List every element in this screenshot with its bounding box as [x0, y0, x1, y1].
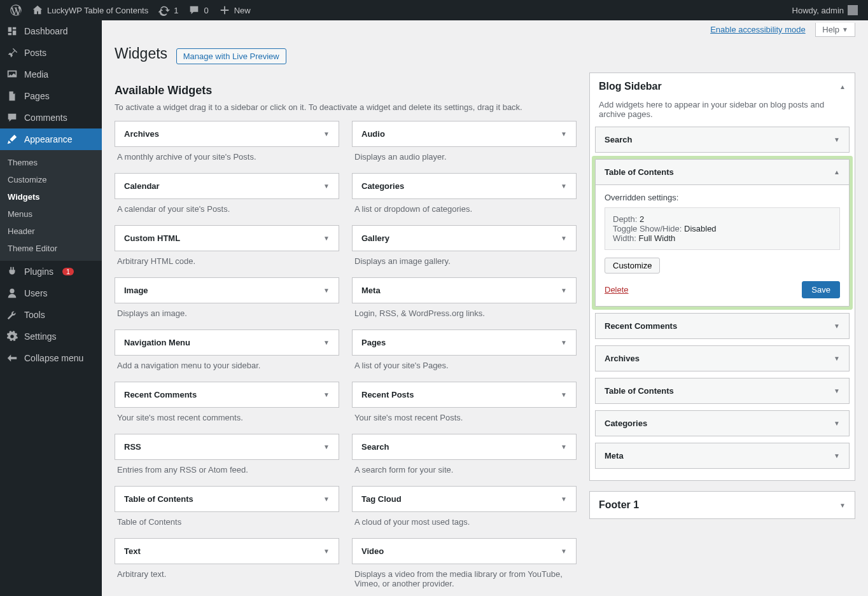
widget-desc: A monthly archive of your site's Posts.: [115, 147, 339, 173]
available-widget[interactable]: Text▼: [115, 538, 339, 564]
widget-desc: A list or dropdown of categories.: [352, 199, 577, 225]
refresh-icon: [158, 4, 170, 16]
menu-item-comments[interactable]: Comments: [0, 107, 102, 128]
widget-desc: Entries from any RSS or Atom feed.: [115, 460, 339, 486]
help-button[interactable]: Help ▼: [815, 23, 855, 37]
site-link[interactable]: LuckyWP Table of Contents: [27, 0, 153, 20]
menu-item-plugins[interactable]: Plugins1: [0, 261, 102, 282]
collapse-icon: [6, 352, 18, 364]
submenu-item-themes[interactable]: Themes: [0, 154, 102, 171]
menu-item-pages[interactable]: Pages: [0, 85, 102, 107]
submenu-item-theme-editor[interactable]: Theme Editor: [0, 240, 102, 257]
sidebar-area-footer: Footer 1 ▼: [589, 491, 855, 519]
setting-key: Depth:: [613, 214, 640, 224]
available-widget[interactable]: Calendar▼: [115, 173, 339, 199]
available-widget[interactable]: Search▼: [352, 434, 577, 460]
placed-widget-header[interactable]: Table of Contents▲: [596, 160, 849, 184]
available-widget[interactable]: Custom HTML▼: [115, 225, 339, 251]
placed-widget-header[interactable]: Archives▼: [596, 346, 849, 371]
available-widget[interactable]: Recent Comments▼: [115, 382, 339, 408]
available-widget[interactable]: Recent Posts▼: [352, 382, 577, 408]
placed-widget-header[interactable]: Recent Comments▼: [596, 314, 849, 338]
menu-label: Tools: [24, 310, 45, 320]
available-widget[interactable]: Image▼: [115, 277, 339, 303]
available-widget[interactable]: Table of Contents▼: [115, 486, 339, 512]
placed-widget-header[interactable]: Categories▼: [596, 411, 849, 436]
new-content[interactable]: New: [214, 0, 256, 20]
dashboard-icon: [6, 25, 18, 37]
available-widget[interactable]: Tag Cloud▼: [352, 486, 577, 512]
save-button[interactable]: Save: [802, 281, 840, 298]
widget-name: Table of Contents: [124, 494, 193, 504]
chevron-down-icon: ▼: [323, 287, 330, 294]
placed-widget-body: Overridden settings:Depth: 2Toggle Show/…: [596, 184, 849, 306]
placed-widget: Search▼: [595, 127, 850, 153]
menu-item-collapse-menu[interactable]: Collapse menu: [0, 347, 102, 369]
customize-button[interactable]: Customize: [605, 258, 660, 274]
placed-widget-title: Table of Contents: [605, 386, 674, 396]
placed-widget: Meta▼: [595, 443, 850, 469]
widget-desc: Your site's most recent Posts.: [352, 408, 577, 434]
placed-widget-header[interactable]: Meta▼: [596, 443, 849, 468]
chevron-down-icon: ▼: [323, 235, 330, 242]
widget-name: Tag Cloud: [361, 494, 402, 504]
chevron-down-icon: ▼: [561, 287, 567, 294]
sidebar-area-title: Blog Sidebar: [599, 81, 662, 92]
placed-widget-title: Categories: [605, 419, 647, 428]
sidebar-area-blog-header[interactable]: Blog Sidebar ▲: [590, 73, 855, 100]
menu-item-media[interactable]: Media: [0, 64, 102, 85]
chevron-down-icon: ▼: [561, 443, 567, 450]
available-widget[interactable]: Categories▼: [352, 173, 577, 199]
available-widget[interactable]: Archives▼: [115, 121, 339, 147]
submenu-item-header[interactable]: Header: [0, 223, 102, 240]
widget-desc: Arbitrary text.: [115, 564, 339, 590]
menu-item-settings[interactable]: Settings: [0, 326, 102, 347]
delete-link[interactable]: Delete: [605, 285, 629, 295]
widget-desc: A list of your site's Pages.: [352, 356, 577, 382]
menu-item-posts[interactable]: Posts: [0, 42, 102, 64]
available-widget[interactable]: RSS▼: [115, 434, 339, 460]
comments-link[interactable]: 0: [183, 0, 213, 20]
menu-label: Plugins: [24, 267, 53, 277]
available-widget[interactable]: Navigation Menu▼: [115, 329, 339, 356]
placed-widget: Table of Contents▼: [595, 378, 850, 404]
widget-desc: A calendar of your site's Posts.: [115, 199, 339, 225]
manage-live-preview-button[interactable]: Manage with Live Preview: [176, 48, 286, 64]
widget-name: Categories: [361, 181, 404, 191]
placed-widget-header[interactable]: Search▼: [596, 127, 849, 152]
widget-name: Text: [124, 546, 141, 556]
wp-logo[interactable]: [5, 0, 27, 20]
available-widget[interactable]: Pages▼: [352, 329, 577, 356]
updates-count: 1: [174, 6, 178, 15]
menu-item-appearance[interactable]: Appearance: [0, 128, 102, 150]
chevron-down-icon: ▼: [839, 502, 846, 509]
widget-desc: Displays an audio player.: [352, 147, 577, 173]
submenu-item-customize[interactable]: Customize: [0, 171, 102, 188]
menu-item-tools[interactable]: Tools: [0, 304, 102, 326]
placed-widget-title: Meta: [605, 451, 624, 461]
available-widget[interactable]: Meta▼: [352, 277, 577, 303]
accessibility-link[interactable]: Enable accessibility mode: [710, 25, 806, 34]
menu-item-users[interactable]: Users: [0, 282, 102, 304]
chevron-down-icon: ▼: [561, 391, 567, 398]
available-widget[interactable]: Video▼: [352, 538, 577, 564]
chevron-down-icon: ▼: [834, 420, 840, 427]
sidebar-area-footer-header[interactable]: Footer 1 ▼: [590, 492, 855, 518]
placed-widget-header[interactable]: Table of Contents▼: [596, 378, 849, 403]
placed-widget: Recent Comments▼: [595, 313, 850, 339]
site-name: LuckyWP Table of Contents: [47, 6, 148, 15]
widget-name: Search: [361, 442, 389, 452]
chevron-down-icon: ▼: [561, 130, 567, 137]
my-account[interactable]: Howdy, admin: [787, 0, 863, 20]
widget-name: Video: [361, 546, 384, 556]
submenu-item-widgets[interactable]: Widgets: [0, 188, 102, 205]
menu-item-dashboard[interactable]: Dashboard: [0, 20, 102, 42]
widget-name: Recent Comments: [124, 390, 197, 399]
menu-label: Pages: [24, 91, 50, 101]
home-icon: [32, 4, 43, 16]
updates-link[interactable]: 1: [153, 0, 183, 20]
placed-widget-title: Table of Contents: [605, 167, 674, 177]
submenu-item-menus[interactable]: Menus: [0, 205, 102, 223]
available-widget[interactable]: Gallery▼: [352, 225, 577, 251]
available-widget[interactable]: Audio▼: [352, 121, 577, 147]
